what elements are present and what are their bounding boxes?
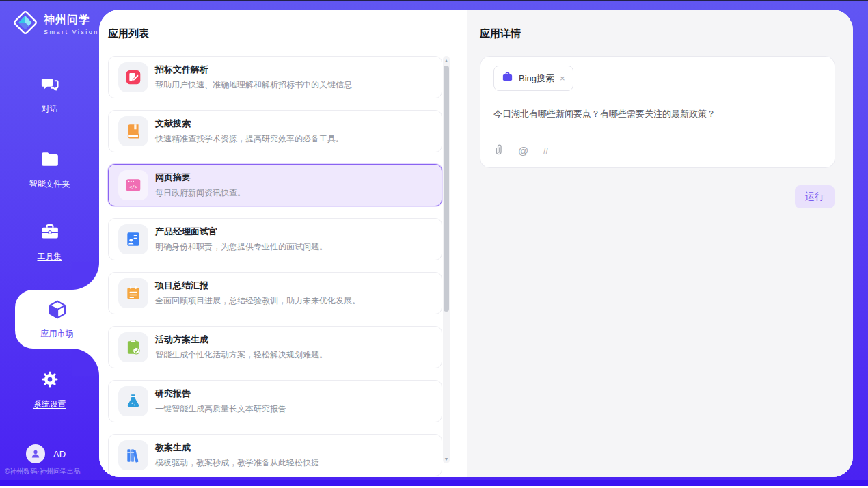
app-card-name: 网页摘要 <box>155 172 245 184</box>
content-area: 应用列表 招标文件解析 帮助用户快速、准确地理解和解析招标书中的关键信息 文献搜… <box>99 10 853 477</box>
research-icon <box>118 386 148 416</box>
books-icon <box>118 440 148 470</box>
cube-icon <box>46 299 68 323</box>
app-card[interactable]: 活动方案生成 智能生成个性化活动方案，轻松解决规划难题。 <box>108 326 442 368</box>
app-card[interactable]: 研究报告 一键智能生成高质量长文本研究报告 <box>108 380 442 422</box>
app-list-title: 应用列表 <box>108 27 149 40</box>
folder-icon <box>40 149 60 172</box>
scroll-down-icon[interactable]: ▼ <box>443 457 450 461</box>
app-card-name: 产品经理面试官 <box>155 226 327 238</box>
app-card-name: 活动方案生成 <box>155 334 327 346</box>
sidebar-item-toolset[interactable]: 工具集 <box>0 221 99 262</box>
toolbox-icon <box>40 221 60 245</box>
app-card-name: 文献搜索 <box>155 118 344 130</box>
briefcase-icon <box>502 71 513 85</box>
app-card-name: 招标文件解析 <box>155 64 352 76</box>
interview-icon <box>118 224 148 254</box>
app-card-desc: 一键智能生成高质量长文本研究报告 <box>155 403 286 415</box>
brand-name: 神州问学 <box>44 13 99 27</box>
attachment-icon[interactable] <box>493 144 504 158</box>
sidebar-item-label: 系统设置 <box>33 398 66 410</box>
sidebar-item-label: 智能文件夹 <box>29 178 70 190</box>
sidebar: 神州问学 Smart Vision 对话 智能文件夹 <box>0 1 99 480</box>
brand-diamond-icon <box>12 10 38 38</box>
tool-tag-bing-search[interactable]: Bing搜索 × <box>493 66 573 91</box>
sidebar-item-label: 应用市场 <box>41 328 74 340</box>
app-card-desc: 智能生成个性化活动方案，轻松解决规划难题。 <box>155 349 327 361</box>
gear-icon <box>40 369 60 392</box>
app-card-desc: 模板驱动，教案秒成，教学准备从此轻松快捷 <box>155 457 319 469</box>
list-scrollbar[interactable]: ▲ ▼ <box>443 56 450 463</box>
hash-icon[interactable]: # <box>543 145 548 157</box>
run-button[interactable]: 运行 <box>795 185 835 208</box>
sidebar-item-label: 对话 <box>42 103 58 115</box>
book-icon <box>118 116 148 146</box>
app-card[interactable]: 项目总结汇报 全面回顾项目进展，总结经验教训，助力未来优化发展。 <box>108 272 442 314</box>
sidebar-item-label: 工具集 <box>38 251 62 262</box>
sidebar-item-settings[interactable]: 系统设置 <box>0 369 99 410</box>
sidebar-item-app-market[interactable]: 应用市场 <box>15 290 99 349</box>
sidebar-item-chat[interactable]: 对话 <box>0 74 99 115</box>
prompt-input-card[interactable]: Bing搜索 × 今日湖北有哪些新闻要点？有哪些需要关注的最新政策？ @ # <box>480 56 835 168</box>
app-detail-title: 应用详情 <box>480 27 521 40</box>
avatar <box>26 444 45 463</box>
window-top-border <box>0 0 868 1</box>
app-card[interactable]: 招标文件解析 帮助用户快速、准确地理解和解析招标书中的关键信息 <box>108 56 442 98</box>
mention-icon[interactable]: @ <box>518 145 528 157</box>
user-initials: AD <box>53 449 66 459</box>
app-card-desc: 快速精准查找学术资源，提高研究效率的必备工具。 <box>155 133 344 145</box>
sidebar-item-smart-folder[interactable]: 智能文件夹 <box>0 149 99 190</box>
scrollbar-thumb[interactable] <box>444 66 449 312</box>
svg-text:</>: </> <box>129 184 138 190</box>
app-card-desc: 每日政府新闻资讯快查。 <box>155 187 245 199</box>
app-card[interactable]: 教案生成 模板驱动，教案秒成，教学准备从此轻松快捷 <box>108 434 442 476</box>
taskbar-strip <box>0 480 868 486</box>
user-account[interactable]: AD <box>26 444 66 463</box>
app-card-name: 项目总结汇报 <box>155 280 360 292</box>
query-textarea[interactable]: 今日湖北有哪些新闻要点？有哪些需要关注的最新政策？ <box>493 107 822 135</box>
summary-note-icon <box>118 278 148 308</box>
app-card[interactable]: 文献搜索 快速精准查找学术资源，提高研究效率的必备工具。 <box>108 110 442 152</box>
copyright-text: ©神州数码·神州问学出品 <box>5 467 81 476</box>
chat-icon <box>40 74 60 97</box>
app-card-desc: 帮助用户快速、准确地理解和解析招标书中的关键信息 <box>155 79 352 91</box>
app-list-panel: 应用列表 招标文件解析 帮助用户快速、准确地理解和解析招标书中的关键信息 文献搜… <box>99 10 467 477</box>
scroll-up-icon[interactable]: ▲ <box>443 58 450 63</box>
doc-edit-icon <box>118 62 148 92</box>
app-card-list: 招标文件解析 帮助用户快速、准确地理解和解析招标书中的关键信息 文献搜索 快速精… <box>108 56 443 477</box>
app-card[interactable]: </> 网页摘要 每日政府新闻资讯快查。 <box>108 164 442 206</box>
tool-tag-label: Bing搜索 <box>519 72 554 85</box>
browser-code-icon: </> <box>118 170 148 200</box>
app-card-name: 教案生成 <box>155 442 319 454</box>
close-icon[interactable]: × <box>560 74 565 83</box>
clipboard-check-icon <box>118 332 148 362</box>
app-detail-panel: 应用详情 Bing搜索 × 今日湖北有哪些新闻要点？有哪些需要关注的最新政策？ <box>467 10 853 477</box>
brand-logo: 神州问学 Smart Vision <box>12 10 99 38</box>
app-card[interactable]: 产品经理面试官 明确身份和职责，为您提供专业性的面试问题。 <box>108 218 442 260</box>
app-card-name: 研究报告 <box>155 388 286 400</box>
app-card-desc: 全面回顾项目进展，总结经验教训，助力未来优化发展。 <box>155 295 360 307</box>
app-card-desc: 明确身份和职责，为您提供专业性的面试问题。 <box>155 241 327 253</box>
input-toolbar: @ # <box>493 144 549 158</box>
brand-subtitle: Smart Vision <box>44 29 99 36</box>
